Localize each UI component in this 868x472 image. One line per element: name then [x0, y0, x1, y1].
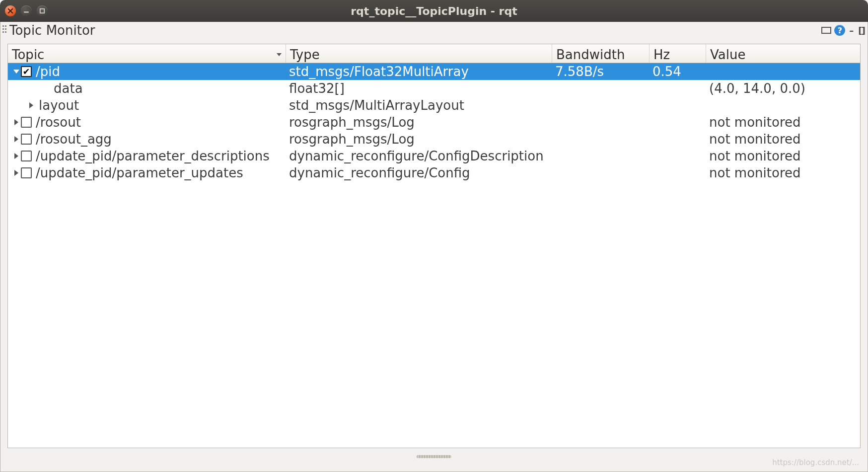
close-icon [7, 8, 13, 14]
header-value-label: Value [710, 47, 745, 62]
window-minimize-button[interactable] [21, 5, 32, 16]
topic-bandwidth: 7.58B/s [552, 64, 650, 79]
window-title: rqt_topic__TopicPlugin - rqt [0, 5, 868, 17]
header-bandwidth[interactable]: Bandwidth [552, 44, 650, 63]
header-topic-label: Topic [12, 47, 44, 62]
expander-closed-icon[interactable] [12, 119, 21, 125]
tree-row[interactable]: layoutstd_msgs/MultiArrayLayout [8, 97, 860, 114]
dock-detach-icon[interactable] [821, 27, 831, 34]
monitor-checkbox[interactable] [21, 134, 32, 145]
topic-name: data [53, 81, 83, 96]
topic-name: /rosout [35, 115, 81, 130]
topic-value: (4.0, 14.0, 0.0) [706, 81, 860, 96]
topic-value: not monitored [706, 149, 860, 163]
tree-header: Topic Type Bandwidth Hz Value [8, 44, 860, 63]
dock-grip-icon[interactable] [2, 24, 7, 36]
window-close-button[interactable] [5, 5, 16, 16]
expander-closed-icon[interactable] [12, 153, 21, 159]
topic-tree-panel: Topic Type Bandwidth Hz Value /pidstd_ms… [7, 44, 861, 448]
window-maximize-button[interactable] [37, 5, 48, 16]
topic-value: not monitored [706, 165, 860, 180]
svg-rect-0 [40, 9, 44, 13]
header-value[interactable]: Value [706, 44, 860, 63]
topic-name: /update_pid/parameter_descriptions [35, 149, 270, 163]
topic-name: /pid [35, 64, 60, 79]
client-area: Topic Monitor ? – [ ] Topic Type Bandwid… [0, 22, 868, 472]
header-hz[interactable]: Hz [650, 44, 706, 63]
topic-type: std_msgs/MultiArrayLayout [286, 98, 552, 113]
monitor-checkbox[interactable] [21, 167, 32, 178]
topic-type: std_msgs/Float32MultiArray [286, 64, 552, 79]
help-icon[interactable]: ? [834, 25, 845, 36]
header-hz-label: Hz [653, 47, 670, 62]
topic-value: not monitored [706, 132, 860, 147]
dock-restore-icon[interactable]: [ ] [857, 25, 865, 36]
tree-row[interactable]: /rosoutrosgraph_msgs/Lognot monitored [8, 114, 860, 131]
monitor-checkbox[interactable] [21, 117, 32, 128]
expander-open-icon[interactable] [12, 70, 21, 74]
tree-row[interactable]: datafloat32[](4.0, 14.0, 0.0) [8, 80, 860, 97]
header-type-label: Type [290, 47, 320, 62]
topic-name: /rosout_agg [35, 132, 112, 147]
sort-indicator-icon [277, 53, 282, 56]
tree-body[interactable]: /pidstd_msgs/Float32MultiArray7.58B/s0.5… [8, 63, 860, 448]
topic-name: /update_pid/parameter_updates [35, 165, 243, 180]
minimize-icon [23, 8, 29, 14]
topic-type: rosgraph_msgs/Log [286, 115, 552, 130]
topic-hz: 0.54 [650, 64, 706, 79]
resize-handle[interactable] [417, 455, 451, 458]
dock-title: Topic Monitor [9, 23, 95, 38]
expander-closed-icon[interactable] [12, 136, 21, 142]
tree-row[interactable]: /update_pid/parameter_updatesdynamic_rec… [8, 164, 860, 181]
dock-header: Topic Monitor ? – [ ] [0, 22, 868, 41]
topic-type: float32[] [286, 81, 552, 96]
topic-name: layout [38, 98, 79, 113]
topic-type: dynamic_reconfigure/ConfigDescription [286, 149, 552, 163]
topic-type: rosgraph_msgs/Log [286, 132, 552, 147]
window-titlebar: rqt_topic__TopicPlugin - rqt [0, 0, 868, 22]
header-topic[interactable]: Topic [8, 44, 286, 63]
tree-row[interactable]: /update_pid/parameter_descriptionsdynami… [8, 148, 860, 164]
dock-minimize-icon[interactable]: – [848, 25, 854, 36]
maximize-icon [39, 8, 45, 14]
tree-row[interactable]: /pidstd_msgs/Float32MultiArray7.58B/s0.5… [8, 63, 860, 80]
resize-handle-area [0, 455, 868, 464]
topic-type: dynamic_reconfigure/Config [286, 165, 552, 180]
window-buttons [5, 5, 48, 16]
expander-closed-icon[interactable] [12, 170, 21, 176]
header-bandwidth-label: Bandwidth [556, 47, 625, 62]
header-type[interactable]: Type [286, 44, 552, 63]
tree-row[interactable]: /rosout_aggrosgraph_msgs/Lognot monitore… [8, 131, 860, 148]
monitor-checkbox[interactable] [21, 151, 32, 161]
topic-value: not monitored [706, 115, 860, 130]
monitor-checkbox[interactable] [21, 66, 32, 77]
expander-closed-icon[interactable] [27, 102, 36, 108]
